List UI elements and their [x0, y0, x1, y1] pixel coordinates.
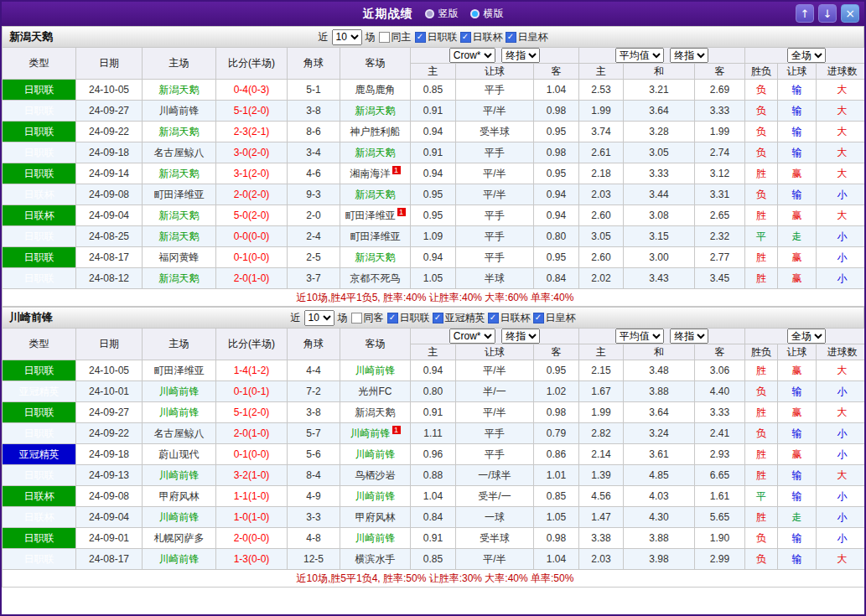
home-team-cell[interactable]: 川崎前锋	[143, 549, 216, 570]
asian-final-odds-select[interactable]: 终指	[501, 329, 540, 344]
home-team-cell[interactable]: 名古屋鲸八	[143, 142, 216, 163]
team-link[interactable]: 川崎前锋	[350, 427, 391, 439]
team-link[interactable]: 新潟天鹅	[159, 126, 200, 137]
away-team-cell[interactable]: 新潟天鹅	[340, 184, 411, 205]
team-link[interactable]: 名古屋鲸八	[154, 147, 205, 158]
league-filter[interactable]: ✓日职联	[415, 30, 458, 44]
league-filter[interactable]: ✓日皇杯	[533, 311, 576, 325]
team-link[interactable]: 川崎前锋	[355, 490, 396, 502]
home-team-cell[interactable]: 蔚山现代	[143, 444, 216, 465]
home-team-cell[interactable]: 福冈黄蜂	[143, 247, 216, 268]
games-count-select[interactable]: 10	[332, 29, 362, 45]
team-link[interactable]: 神户胜利船	[350, 126, 401, 137]
away-team-cell[interactable]: 川崎前锋	[340, 528, 411, 549]
team-link[interactable]: 光州FC	[359, 386, 392, 397]
team-link[interactable]: 横滨水手	[355, 553, 396, 565]
team-link[interactable]: 鹿岛鹿角	[355, 84, 396, 96]
home-team-cell[interactable]: 町田泽维亚	[143, 360, 216, 381]
away-team-cell[interactable]: 新潟天鹅	[340, 142, 411, 163]
move-down-button[interactable]: ↓	[818, 4, 837, 23]
bookmaker-select[interactable]: Crow*	[449, 48, 495, 63]
average-odds-select[interactable]: 平均值	[615, 48, 664, 63]
home-team-cell[interactable]: 町田泽维亚	[143, 184, 216, 205]
away-team-cell[interactable]: 川崎前锋	[340, 486, 411, 507]
team-link[interactable]: 町田泽维亚	[154, 365, 205, 376]
team-link[interactable]: 名古屋鲸八	[154, 427, 205, 439]
euro-final-odds-select[interactable]: 终指	[670, 329, 708, 344]
team-link[interactable]: 町田泽维亚	[350, 230, 401, 242]
team-link[interactable]: 新潟天鹅	[159, 230, 200, 242]
team-link[interactable]: 川崎前锋	[355, 365, 396, 376]
team-link[interactable]: 新潟天鹅	[355, 105, 396, 116]
away-team-cell[interactable]: 湘南海洋1	[340, 163, 411, 184]
home-team-cell[interactable]: 川崎前锋	[143, 507, 216, 528]
away-team-cell[interactable]: 光州FC	[340, 381, 411, 402]
home-team-cell[interactable]: 新潟天鹅	[143, 80, 216, 101]
away-team-cell[interactable]: 神户胜利船	[340, 122, 411, 142]
team-link[interactable]: 新潟天鹅	[159, 210, 200, 221]
home-team-cell[interactable]: 新潟天鹅	[143, 205, 216, 226]
team-link[interactable]: 京都不死鸟	[350, 272, 401, 284]
team-link[interactable]: 新潟天鹅	[355, 147, 396, 158]
team-link[interactable]: 町田泽维亚	[345, 210, 396, 221]
home-team-cell[interactable]: 新潟天鹅	[143, 268, 216, 289]
bookmaker-select[interactable]: Crow*	[449, 329, 495, 344]
away-team-cell[interactable]: 新潟天鹅	[340, 247, 411, 268]
team-link[interactable]: 新潟天鹅	[159, 84, 200, 96]
team-link[interactable]: 川崎前锋	[159, 511, 200, 523]
league-filter[interactable]: ✓日皇杯	[506, 30, 548, 44]
league-filter[interactable]: ✓日职联	[387, 311, 430, 325]
team-link[interactable]: 町田泽维亚	[154, 189, 205, 200]
team-link[interactable]: 川崎前锋	[159, 386, 200, 397]
away-team-cell[interactable]: 鹿岛鹿角	[340, 80, 411, 101]
home-team-cell[interactable]: 川崎前锋	[143, 465, 216, 486]
team-link[interactable]: 川崎前锋	[159, 406, 200, 418]
away-team-cell[interactable]: 鸟栖沙岩	[340, 465, 411, 486]
away-team-cell[interactable]: 町田泽维亚	[340, 226, 411, 247]
team-link[interactable]: 甲府风林	[159, 490, 200, 502]
team-link[interactable]: 新潟天鹅	[355, 406, 396, 418]
team-link[interactable]: 福冈黄蜂	[159, 251, 200, 263]
team-link[interactable]: 新潟天鹅	[355, 251, 396, 263]
away-team-cell[interactable]: 川崎前锋1	[340, 423, 411, 444]
home-team-cell[interactable]: 名古屋鲸八	[143, 423, 216, 444]
home-team-cell[interactable]: 札幌冈萨多	[143, 528, 216, 549]
home-team-cell[interactable]: 新潟天鹅	[143, 226, 216, 247]
fulltime-select[interactable]: 全场	[787, 329, 826, 344]
home-team-cell[interactable]: 新潟天鹅	[143, 122, 216, 142]
fulltime-select[interactable]: 全场	[787, 48, 826, 63]
same-venue-filter[interactable]: 同客	[351, 311, 384, 325]
asian-final-odds-select[interactable]: 终指	[501, 48, 540, 63]
away-team-cell[interactable]: 京都不死鸟	[340, 268, 411, 289]
away-team-cell[interactable]: 横滨水手	[340, 549, 411, 570]
team-link[interactable]: 甲府风林	[355, 511, 396, 523]
team-link[interactable]: 蔚山现代	[159, 448, 200, 460]
home-team-cell[interactable]: 甲府风林	[143, 486, 216, 507]
team-link[interactable]: 川崎前锋	[159, 469, 200, 481]
euro-final-odds-select[interactable]: 终指	[670, 48, 708, 63]
team-link[interactable]: 湘南海洋	[350, 168, 391, 179]
home-team-cell[interactable]: 川崎前锋	[143, 402, 216, 423]
away-team-cell[interactable]: 甲府风林	[340, 507, 411, 528]
home-team-cell[interactable]: 川崎前锋	[143, 381, 216, 402]
team-link[interactable]: 川崎前锋	[355, 448, 396, 460]
league-filter[interactable]: ✓日联杯	[460, 30, 503, 44]
same-venue-filter[interactable]: 同主	[379, 30, 412, 44]
team-link[interactable]: 新潟天鹅	[355, 189, 396, 200]
move-up-button[interactable]: ↑	[796, 4, 814, 23]
team-link[interactable]: 札幌冈萨多	[154, 532, 205, 544]
games-count-select[interactable]: 10	[304, 310, 334, 326]
away-team-cell[interactable]: 新潟天鹅	[340, 402, 411, 423]
home-team-cell[interactable]: 川崎前锋	[143, 101, 216, 122]
away-team-cell[interactable]: 川崎前锋	[340, 360, 411, 381]
away-team-cell[interactable]: 川崎前锋	[340, 444, 411, 465]
team-link[interactable]: 新潟天鹅	[159, 272, 200, 284]
close-button[interactable]: ×	[841, 4, 859, 23]
away-team-cell[interactable]: 新潟天鹅	[340, 101, 411, 122]
away-team-cell[interactable]: 町田泽维亚1	[340, 205, 411, 226]
team-link[interactable]: 川崎前锋	[159, 553, 200, 565]
league-filter[interactable]: ✓日联杯	[488, 311, 531, 325]
team-link[interactable]: 川崎前锋	[355, 532, 396, 544]
league-filter[interactable]: ✓亚冠精英	[433, 311, 485, 325]
vertical-layout-radio[interactable]: 竖版	[425, 7, 459, 21]
